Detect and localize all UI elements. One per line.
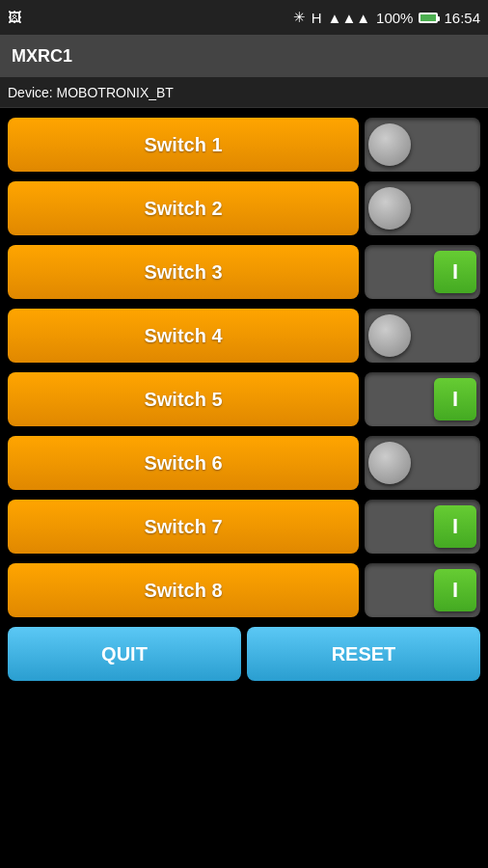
switch-row-8: Switch 8 I (8, 561, 480, 619)
switch-4-toggle[interactable] (365, 309, 480, 363)
reset-button[interactable]: RESET (247, 627, 480, 681)
bluetooth-icon: ✳ (293, 9, 306, 26)
switch-4-button[interactable]: Switch 4 (8, 309, 359, 363)
switch-2-button[interactable]: Switch 2 (8, 181, 359, 235)
switch-7-button[interactable]: Switch 7 (8, 500, 359, 554)
time-label: 16:54 (444, 10, 480, 26)
status-bar: 🖼 ✳ H ▲▲▲ 100% 16:54 (0, 0, 488, 35)
app-title: MXRC1 (12, 46, 72, 67)
switch-8-toggle[interactable]: I (365, 563, 480, 617)
bottom-row: QUIT RESET (8, 627, 480, 681)
switch-6-toggle[interactable] (365, 436, 480, 490)
main-content: Switch 1 Switch 2 Switch 3 I Switch 4 Sw… (0, 108, 488, 619)
network-icon: H (312, 10, 322, 26)
quit-button[interactable]: QUIT (8, 627, 241, 681)
switch-row-3: Switch 3 I (8, 243, 480, 301)
switch-4-knob (368, 314, 411, 357)
switch-7-knob: I (434, 505, 476, 548)
switch-3-knob: I (434, 251, 476, 293)
switch-7-toggle[interactable]: I (365, 500, 480, 554)
switch-row-2: Switch 2 (8, 179, 480, 237)
switch-2-toggle[interactable] (365, 181, 480, 235)
switch-3-button[interactable]: Switch 3 (8, 245, 359, 299)
switch-6-button[interactable]: Switch 6 (8, 436, 359, 490)
switch-1-button[interactable]: Switch 1 (8, 118, 359, 172)
device-label: Device: MOBOTRONIX_BT (8, 85, 174, 100)
image-icon: 🖼 (8, 10, 21, 25)
device-info: Device: MOBOTRONIX_BT (0, 77, 488, 108)
switch-5-toggle[interactable]: I (365, 372, 480, 426)
switch-1-knob (368, 123, 411, 166)
switch-3-toggle[interactable]: I (365, 245, 480, 299)
status-right: ✳ H ▲▲▲ 100% 16:54 (293, 9, 480, 26)
switch-8-button[interactable]: Switch 8 (8, 563, 359, 617)
switch-2-knob (368, 187, 411, 230)
switch-row-7: Switch 7 I (8, 498, 480, 556)
switch-row-5: Switch 5 I (8, 370, 480, 428)
switch-1-toggle[interactable] (365, 118, 480, 172)
switch-5-knob: I (434, 378, 476, 420)
switch-row-6: Switch 6 (8, 434, 480, 492)
status-left: 🖼 (8, 10, 21, 25)
switch-5-button[interactable]: Switch 5 (8, 372, 359, 426)
battery-icon (419, 13, 438, 23)
switch-6-knob (368, 442, 411, 484)
battery-label: 100% (376, 10, 413, 26)
switch-row-4: Switch 4 (8, 307, 480, 365)
signal-icon: ▲▲▲ (328, 10, 371, 26)
title-bar: MXRC1 (0, 35, 488, 77)
switch-row-1: Switch 1 (8, 116, 480, 174)
switch-8-knob: I (434, 569, 476, 611)
